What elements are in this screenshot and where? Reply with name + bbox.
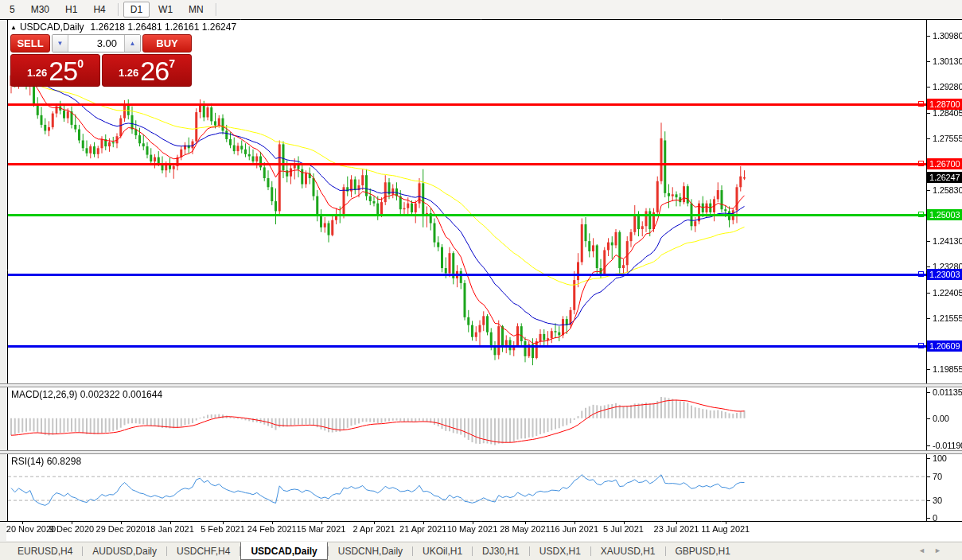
one-click-trade-panel: SELL ▼ 3.00 ▲ BUY 1.26 25 0 1.26 26 7	[10, 34, 192, 87]
buy-price-display[interactable]: 1.26 26 7	[102, 54, 192, 87]
rsi-panel-splitter[interactable]	[0, 450, 962, 454]
price-badge-1.26247: 1.26247	[927, 172, 962, 183]
macd-axis-tick: 0.00	[933, 414, 949, 423]
price-axis-tick: 1.21555	[933, 313, 962, 323]
level-line-1.23003[interactable]	[8, 274, 926, 276]
price-axis-tick: 1.24130	[933, 236, 962, 246]
price-axis-tick: 1.30130	[933, 56, 962, 66]
buy-price-big-digits: 26	[140, 58, 169, 84]
price-axis-tick: 1.30980	[933, 31, 962, 41]
level-line-1.26700[interactable]	[8, 163, 926, 165]
price-axis-tick: 1.19855	[933, 364, 962, 374]
date-axis-label: 10 May 2021	[443, 524, 502, 534]
sell-price-pip-digit: 0	[77, 57, 84, 70]
sell-button[interactable]: SELL	[10, 34, 50, 52]
price-axis-tick: 1.25830	[933, 185, 962, 195]
macd-axis-tick: 0.01135	[933, 387, 962, 397]
level-line-1.25003[interactable]	[8, 214, 926, 216]
rsi-indicator-label: RSI(14) 60.8298	[11, 456, 81, 467]
volume-stepper: ▼ 3.00 ▲	[52, 34, 141, 52]
rsi-axis-tick: 0	[933, 513, 937, 523]
price-badge-1.26700: 1.26700	[927, 158, 962, 169]
buy-price-pip-digit: 7	[169, 57, 175, 70]
price-badge-1.23003: 1.23003	[927, 269, 962, 280]
volume-decrease-icon[interactable]: ▼	[53, 35, 68, 52]
buy-button[interactable]: BUY	[142, 34, 192, 52]
level-line-1.28700[interactable]	[8, 103, 926, 106]
mt4-terminal: 5M30H1H4D1W1MN ▲USDCAD,Daily1.26218 1.26…	[0, 0, 962, 560]
date-axis-label: 11 Aug 2021	[696, 524, 755, 534]
volume-input[interactable]: 3.00	[68, 35, 124, 52]
chart-title: ▲USDCAD,Daily1.26218 1.26481 1.26161 1.2…	[10, 21, 236, 33]
rsi-axis-tick: 100	[933, 453, 947, 463]
sell-price-big-digits: 25	[49, 58, 77, 84]
sell-price-prefix: 1.26	[27, 67, 47, 79]
buy-price-prefix: 1.26	[119, 67, 138, 79]
sell-price-display[interactable]: 1.26 25 0	[10, 54, 100, 87]
title-arrow-icon: ▲	[10, 24, 17, 31]
date-axis-label: 18 Jan 2021	[141, 524, 200, 534]
date-axis-label: 15 Mar 2021	[292, 524, 351, 534]
chart-window: ▲USDCAD,Daily1.26218 1.26481 1.26161 1.2…	[6, 18, 962, 541]
price-badge-1.28700: 1.28700	[927, 99, 962, 110]
macd-axis-tick: -0.01190	[933, 441, 962, 450]
rsi-axis-tick: 70	[933, 472, 942, 481]
level-line-1.20609[interactable]	[8, 345, 926, 348]
price-badge-1.20609: 1.20609	[927, 340, 962, 352]
chart-ohlc-values: 1.26218 1.26481 1.26161 1.26247	[91, 21, 237, 33]
price-badge-1.25003: 1.25003	[927, 209, 962, 220]
macd-indicator-label: MACD(12,26,9) 0.002322 0.001644	[11, 389, 162, 400]
price-axis-tick: 1.22405	[933, 288, 962, 298]
macd-panel-splitter[interactable]	[0, 383, 962, 387]
rsi-axis-tick: 30	[933, 496, 942, 505]
chart-symbol-label: USDCAD,Daily	[20, 21, 84, 33]
volume-increase-icon[interactable]: ▲	[124, 35, 140, 52]
price-axis-tick: 1.29280	[933, 82, 962, 91]
date-axis-label: 5 Jul 2021	[594, 524, 653, 534]
price-axis-tick: 1.27555	[933, 134, 962, 143]
